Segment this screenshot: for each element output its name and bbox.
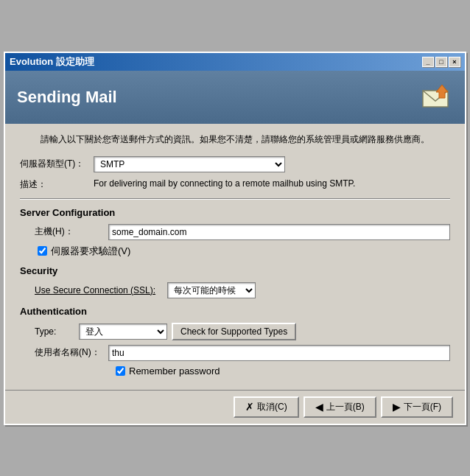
auth-required-label: 伺服器要求驗證(V) [51, 245, 130, 258]
main-window: Evolution 設定助理 _ □ × Sending Mail 請輸入以下關… [4, 52, 466, 425]
description-text: For delivering mail by connecting to a r… [94, 177, 355, 190]
mail-send-icon [418, 80, 453, 115]
titlebar: Evolution 設定助理 _ □ × [5, 53, 465, 71]
auth-heading: Authentication [20, 306, 450, 317]
ssl-row: Use Secure Connection (SSL): 每次可能的時候 永遠 … [20, 282, 450, 298]
auth-type-select[interactable]: 登入 PLAIN DIGEST-MD5 [79, 323, 167, 340]
next-label: 下一頁(F) [404, 401, 441, 413]
back-icon: ◀ [315, 401, 323, 413]
host-label: 主機(H)： [35, 225, 108, 238]
remember-password-label: Remember password [129, 365, 220, 377]
ssl-select[interactable]: 每次可能的時候 永遠 從不 [167, 282, 256, 298]
check-supported-types-button[interactable]: Check for Supported Types [172, 323, 296, 340]
minimize-button[interactable]: _ [422, 57, 434, 67]
server-type-label: 伺服器類型(T)： [20, 158, 94, 170]
remember-password-row: Remember password [101, 365, 450, 377]
titlebar-buttons: _ □ × [422, 57, 460, 67]
auth-required-row: 伺服器要求驗證(V) [23, 245, 450, 258]
username-row: 使用者名稱(N)： [20, 345, 450, 361]
username-label: 使用者名稱(N)： [35, 346, 108, 359]
page-header: Sending Mail [5, 71, 465, 124]
security-section: Security Use Secure Connection (SSL): 每次… [20, 265, 450, 298]
description-row: 描述： For delivering mail by connecting to… [20, 177, 450, 191]
auth-type-row: Type: 登入 PLAIN DIGEST-MD5 Check for Supp… [20, 323, 450, 340]
maximize-button[interactable]: □ [435, 57, 447, 67]
next-button[interactable]: ▶ 下一頁(F) [381, 396, 453, 418]
remember-password-checkbox[interactable] [116, 366, 125, 376]
close-button[interactable]: × [449, 57, 460, 67]
cancel-button[interactable]: ✗ 取消(C) [234, 396, 299, 418]
server-type-row: 伺服器類型(T)： SMTP Sendmail [20, 156, 450, 172]
server-config-section: Server Configuration 主機(H)： 伺服器要求驗證(V) [20, 207, 450, 258]
back-label: 上一頁(B) [326, 401, 365, 413]
intro-text: 請輸入以下關於您寄送郵件方式的資訊。如果您不清楚，請聯絡您的系統管理員或網路服務… [20, 133, 450, 146]
page-title: Sending Mail [17, 88, 117, 107]
footer: ✗ 取消(C) ◀ 上一頁(B) ▶ 下一頁(F) [5, 390, 465, 424]
host-row: 主機(H)： [20, 224, 450, 240]
ssl-label: Use Secure Connection (SSL): [35, 285, 167, 295]
cancel-icon: ✗ [245, 401, 254, 413]
security-heading: Security [20, 265, 450, 276]
content-area: 請輸入以下關於您寄送郵件方式的資訊。如果您不清楚，請聯絡您的系統管理員或網路服務… [5, 124, 465, 390]
username-input[interactable] [108, 345, 450, 361]
authentication-section: Authentication Type: 登入 PLAIN DIGEST-MD5… [20, 306, 450, 377]
description-label: 描述： [20, 177, 94, 191]
separator-1 [20, 198, 450, 200]
auth-required-checkbox[interactable] [38, 246, 47, 256]
window-title: Evolution 設定助理 [10, 55, 94, 69]
host-input[interactable] [108, 224, 450, 240]
server-config-heading: Server Configuration [20, 207, 450, 218]
back-button[interactable]: ◀ 上一頁(B) [304, 396, 376, 418]
cancel-label: 取消(C) [257, 401, 287, 413]
auth-type-label: Type: [35, 326, 79, 337]
server-type-select[interactable]: SMTP Sendmail [94, 156, 285, 172]
next-icon: ▶ [393, 401, 401, 413]
